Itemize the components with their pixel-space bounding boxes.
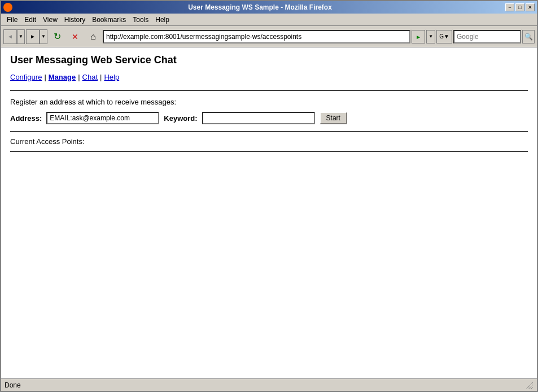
home-button[interactable] [85, 28, 102, 45]
go-icon [415, 33, 421, 41]
search-bar: G▼ 🔍 [436, 30, 535, 43]
search-icon: 🔍 [524, 33, 533, 41]
search-engine-button[interactable]: G▼ [436, 30, 452, 43]
address-label: Address: [10, 114, 42, 123]
svg-line-2 [531, 387, 533, 389]
back-button-group: ◄ ▼ [3, 29, 25, 44]
toolbar: ◄ ▼ ► ▼ ▼ G▼ [1, 26, 537, 47]
address-dropdown[interactable]: ▼ [426, 30, 435, 43]
window-controls: − □ ✕ [505, 3, 535, 11]
search-button[interactable]: 🔍 [522, 30, 535, 43]
address-form-row: Address: Keyword: Start [10, 112, 528, 124]
address-field[interactable] [46, 112, 159, 124]
address-input[interactable] [103, 30, 410, 43]
content-area: User Messaging Web Service Chat Configur… [1, 47, 537, 378]
stop-icon [72, 32, 78, 41]
keyword-field[interactable] [202, 112, 315, 124]
forward-button-group: ► ▼ [26, 29, 47, 44]
window-title: User Messaging WS Sample - Mozilla Firef… [15, 3, 505, 11]
go-button[interactable] [412, 30, 425, 43]
search-input[interactable] [453, 30, 521, 43]
menu-bar: File Edit View History Bookmarks Tools H… [1, 14, 537, 26]
close-button[interactable]: ✕ [526, 3, 535, 11]
start-button[interactable]: Start [320, 112, 347, 124]
chat-link[interactable]: Chat [82, 73, 98, 81]
access-points-title: Current Access Points: [10, 137, 528, 146]
resize-icon [525, 381, 533, 389]
menu-bookmarks[interactable]: Bookmarks [89, 15, 129, 25]
reload-button[interactable] [49, 28, 65, 45]
firefox-icon [3, 3, 12, 12]
register-description: Register an address at which to receive … [10, 98, 528, 106]
divider-3 [10, 151, 528, 152]
register-section: Register an address at which to receive … [10, 98, 528, 124]
status-bar: Done [1, 378, 537, 391]
status-text: Done [5, 381, 21, 389]
menu-view[interactable]: View [40, 15, 61, 25]
reload-icon [54, 31, 61, 42]
stop-button[interactable] [67, 28, 84, 45]
address-bar: ▼ [103, 30, 435, 43]
home-icon [90, 32, 96, 42]
menu-edit[interactable]: Edit [21, 15, 40, 25]
page-title: User Messaging Web Service Chat [10, 54, 528, 66]
back-button[interactable]: ◄ [3, 29, 17, 44]
forward-button[interactable]: ► [26, 29, 40, 44]
menu-help[interactable]: Help [152, 15, 173, 25]
maximize-button[interactable]: □ [515, 3, 524, 11]
divider-2 [10, 131, 528, 132]
browser-window: User Messaging WS Sample - Mozilla Firef… [0, 0, 538, 392]
configure-link[interactable]: Configure [10, 73, 42, 81]
title-bar: User Messaging WS Sample - Mozilla Firef… [1, 1, 537, 14]
menu-tools[interactable]: Tools [129, 15, 152, 25]
search-engine-label: G▼ [439, 33, 449, 40]
nav-separator-2: | [78, 73, 80, 81]
keyword-label: Keyword: [164, 114, 197, 123]
divider-1 [10, 90, 528, 91]
back-dropdown[interactable]: ▼ [17, 29, 25, 44]
minimize-button[interactable]: − [505, 3, 514, 11]
access-points-section: Current Access Points: [10, 137, 528, 152]
manage-link[interactable]: Manage [49, 73, 76, 81]
status-corner [524, 381, 533, 390]
menu-file[interactable]: File [3, 15, 21, 25]
nav-links: Configure | Manage | Chat | Help [10, 73, 528, 81]
nav-separator-1: | [44, 73, 46, 81]
menu-history[interactable]: History [61, 15, 89, 25]
help-link[interactable]: Help [104, 73, 119, 81]
forward-dropdown[interactable]: ▼ [40, 29, 47, 44]
svg-line-1 [528, 385, 533, 389]
nav-separator-3: | [100, 73, 102, 81]
